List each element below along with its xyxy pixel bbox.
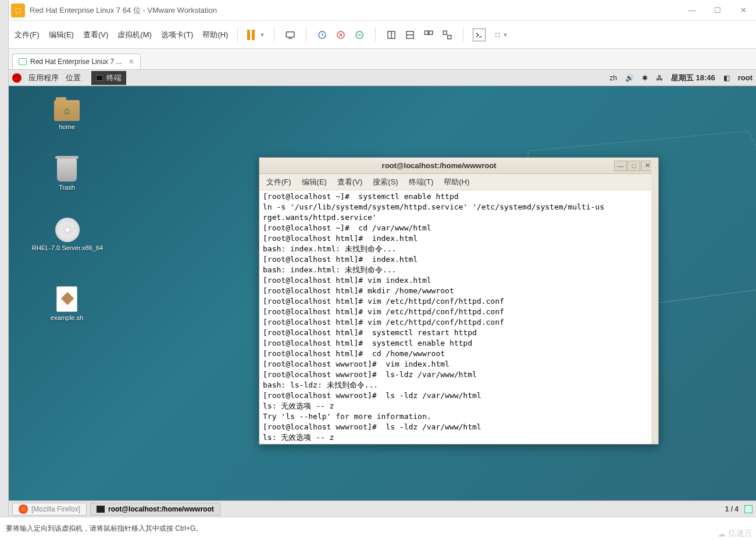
desktop-icon-file[interactable]: example.sh [38,286,96,321]
view-split-icon[interactable] [404,29,416,41]
svg-rect-8 [425,31,429,34]
taskbar-terminal[interactable]: root@localhost:/home/wwwroot [90,503,220,516]
desktop-label-home: home [38,123,96,130]
panel-applications[interactable]: 应用程序 [28,73,59,83]
toolbar-separator [274,28,274,42]
terminal-output[interactable]: [root@localhost ~]# systemctl enable htt… [259,190,658,444]
watermark: ☁ 亿速云 [718,528,753,539]
fullscreen-icon[interactable]: ▼ [495,29,508,41]
menu-tabs[interactable]: 选项卡(T) [161,30,194,40]
vm-screen-icon [19,58,27,65]
term-menu-terminal[interactable]: 终端(T) [409,177,434,187]
close-button[interactable]: ✕ [730,2,756,19]
toolbar-separator [463,28,463,42]
term-menu-file[interactable]: 文件(F) [266,177,291,187]
terminal-titlebar[interactable]: root@localhost:/home/wwwroot — □ ✕ [259,158,658,174]
taskbar-firefox[interactable]: [Mozilla Firefox] [12,503,87,516]
term-menu-edit[interactable]: 编辑(E) [302,177,327,187]
vmware-status-text: 要将输入定向到该虚拟机，请将鼠标指针移入其中或按 Ctrl+G。 [6,524,202,534]
desktop-label-trash: Trash [38,184,96,191]
watermark-text: 亿速云 [728,528,753,539]
snapshot-revert-icon[interactable] [334,29,347,41]
terminal-minimize-button[interactable]: — [614,161,627,171]
vmware-tabbar: Red Hat Enterprise Linux 7 ... ✕ [9,49,756,70]
send-ctrlaltdel-icon[interactable] [284,29,297,41]
maximize-button[interactable]: ☐ [705,2,730,19]
desktop-icon-trash[interactable]: Trash [38,158,96,191]
vmware-menubar: 文件(F) 编辑(E) 查看(V) 虚拟机(M) 选项卡(T) 帮助(H) ▼ … [9,21,756,49]
host-left-stub [0,0,9,540]
script-file-icon [56,286,77,312]
terminal-task-icon [97,506,105,513]
toolbar-separator [237,28,238,42]
bluetooth-icon[interactable]: ✱ [642,74,648,82]
menu-file[interactable]: 文件(F) [15,30,40,40]
vmware-window-title: Red Hat Enterprise Linux 7 64 位 - VMware… [30,5,217,16]
cd-icon [55,218,80,242]
pause-vm-button[interactable]: ▼ [247,30,265,40]
desktop-label-file: example.sh [38,314,96,321]
menu-view[interactable]: 查看(V) [83,30,108,40]
watermark-cloud-icon: ☁ [718,529,726,538]
panel-terminal-indicator[interactable]: 终端 [91,71,126,85]
taskbar-firefox-label: [Mozilla Firefox] [31,505,80,513]
snapshot-icon[interactable] [316,29,329,41]
vmware-statusbar: 要将输入定向到该虚拟机，请将鼠标指针移入其中或按 Ctrl+G。 [0,517,756,540]
terminal-maximize-button[interactable]: □ [627,161,640,171]
vmware-logo-icon: □ [11,3,25,17]
dropdown-caret-icon[interactable]: ▼ [259,32,265,38]
clock-text[interactable]: 星期五 18:46 [671,73,715,83]
vmware-titlebar: □ Red Hat Enterprise Linux 7 64 位 - VMwa… [9,0,756,21]
svg-rect-9 [429,31,433,34]
term-menu-view[interactable]: 查看(V) [337,177,362,187]
menu-edit[interactable]: 编辑(E) [49,30,74,40]
desktop-icon-cd[interactable]: RHEL-7.0 Server.x86_64 [30,218,105,251]
terminal-scrollbar[interactable] [651,158,658,444]
gnome-top-panel: 应用程序 位置 终端 zh 🔊 ✱ 🖧 星期五 18:46 ◧ root [9,70,756,86]
user-label[interactable]: root [738,73,753,82]
power-icon[interactable]: ◧ [723,74,730,82]
svg-rect-11 [448,35,451,38]
folder-icon [54,100,80,121]
toolbar-separator [306,28,306,42]
workspace-indicator[interactable]: 1 / 4 [725,505,739,513]
view-single-icon[interactable] [385,29,398,41]
gnome-bottom-panel: [Mozilla Firefox] root@localhost:/home/w… [9,500,756,517]
window-controls: — ☐ ✕ [679,2,756,19]
term-menu-help[interactable]: 帮助(H) [444,177,469,187]
svg-rect-0 [287,31,295,37]
term-menu-search[interactable]: 搜索(S) [373,177,398,187]
menu-vm[interactable]: 虚拟机(M) [117,30,152,40]
minimize-button[interactable]: — [679,2,705,19]
terminal-window[interactable]: root@localhost:/home/wwwroot — □ ✕ 文件(F)… [259,157,659,445]
guest-desktop[interactable]: home Trash RHEL-7.0 Server.x86_64 exampl… [9,86,756,500]
terminal-app-icon [96,75,103,81]
volume-icon[interactable]: 🔊 [625,74,634,82]
trash-icon [57,158,77,182]
toolbar-separator [375,28,376,42]
console-view-icon[interactable] [473,29,486,41]
desktop-label-cd: RHEL-7.0 Server.x86_64 [30,244,105,251]
panel-terminal-label: 终端 [106,73,122,83]
workspace-switcher-icon[interactable] [744,505,753,513]
terminal-title-text: root@localhost:/home/wwwroot [264,161,614,170]
taskbar-terminal-label: root@localhost:/home/wwwroot [108,505,214,513]
menu-help[interactable]: 帮助(H) [202,30,228,40]
terminal-menubar: 文件(F) 编辑(E) 查看(V) 搜索(S) 终端(T) 帮助(H) [259,174,658,190]
vm-tab-rhel[interactable]: Red Hat Enterprise Linux 7 ... ✕ [12,54,141,69]
desktop-icon-home[interactable]: home [38,100,96,130]
input-method-indicator[interactable]: zh [609,74,617,82]
network-icon[interactable]: 🖧 [656,74,663,82]
view-unity-icon[interactable] [441,29,454,41]
vm-tab-label: Red Hat Enterprise Linux 7 ... [30,58,122,66]
panel-places[interactable]: 位置 [66,73,81,83]
activities-icon[interactable] [12,73,22,83]
tab-close-icon[interactable]: ✕ [129,58,134,66]
svg-rect-10 [444,31,447,34]
view-thumbnail-icon[interactable] [422,29,435,41]
firefox-icon [19,505,28,514]
snapshot-manager-icon[interactable] [353,29,366,41]
